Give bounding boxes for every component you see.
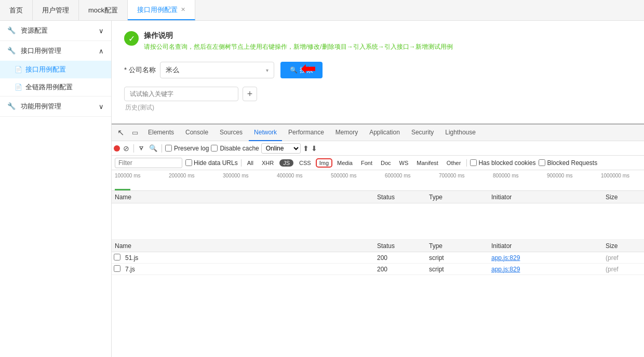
blocked-requests-checkbox[interactable] — [539, 159, 545, 166]
tab-elements[interactable]: Elements — [143, 125, 179, 141]
timeline-labels: 100000 ms 200000 ms 300000 ms 400000 ms … — [115, 170, 644, 181]
network-toolbar: ⊘ ⛛ 🔍 Preserve log Disable cache Online … — [112, 141, 644, 156]
wrench-icon-api: 🔧 — [7, 47, 16, 54]
filter-img-btn[interactable]: Img — [317, 159, 331, 167]
tl-500k: 500000 ms — [331, 173, 385, 178]
chevron-down-icon: ∨ — [99, 27, 104, 35]
tl-900k: 900000 ms — [547, 173, 601, 178]
filter-doc-btn[interactable]: Doc — [378, 159, 394, 167]
sidebar-header-resource[interactable]: 🔧 资源配置 ∨ — [0, 21, 111, 40]
row1-size: (pref — [602, 254, 644, 262]
tab-home[interactable]: 首页 — [0, 0, 33, 20]
filter-xhr-btn[interactable]: XHR — [259, 159, 276, 167]
chevron-down-icon-2: ∨ — [99, 103, 104, 111]
download-icon[interactable]: ⬇ — [311, 144, 317, 153]
preserve-log-checkbox[interactable] — [165, 145, 172, 152]
tab-network[interactable]: Network — [249, 125, 282, 141]
select-arrow-icon: ▾ — [266, 67, 269, 73]
filter-input[interactable] — [115, 158, 182, 168]
empty-row — [112, 203, 644, 240]
tl-600k: 600000 ms — [385, 173, 439, 178]
filter-ws-btn[interactable]: WS — [397, 159, 411, 167]
page-content: ✓ 操作说明 请按公司名查询，然后在左侧树节点上使用右键操作，新增/修改/删除项… — [112, 21, 644, 123]
col-type-header-2: Type — [426, 242, 488, 250]
blocked-requests-label[interactable]: Blocked Requests — [539, 159, 597, 167]
blocked-cookies-checkbox[interactable] — [470, 159, 477, 166]
notice-check-icon: ✓ — [124, 31, 139, 46]
notice-desc: 请按公司名查询，然后在左侧树节点上使用右键操作，新增/修改/删除项目→引入系统→… — [144, 43, 453, 51]
row2-size: (pref — [602, 266, 644, 273]
filter-manifest-btn[interactable]: Manifest — [414, 159, 441, 167]
tab-lighthouse[interactable]: Lighthouse — [440, 125, 481, 141]
tab-memory[interactable]: Memory — [330, 125, 363, 141]
sidebar-item-full-chain[interactable]: 📄 全链路用例配置 — [0, 78, 111, 96]
blocked-cookies-label[interactable]: Has blocked cookies — [470, 159, 535, 167]
filter-media-btn[interactable]: Media — [334, 159, 355, 167]
search-bar-row: + — [124, 87, 632, 101]
filter-css-btn[interactable]: CSS — [297, 159, 314, 167]
col-size-header: Size — [602, 194, 644, 201]
col-status-header: Status — [374, 194, 426, 201]
throttle-select[interactable]: Online Fast 3G Slow 3G Offline — [261, 143, 301, 154]
search-input[interactable] — [124, 87, 238, 101]
record-dot[interactable] — [114, 145, 120, 152]
hide-data-urls-checkbox[interactable] — [185, 159, 192, 166]
company-select[interactable]: 米么 ▾ — [160, 62, 274, 78]
tab-application[interactable]: Application — [364, 125, 405, 141]
close-tab-icon[interactable]: ✕ — [181, 6, 185, 13]
timeline-green-line — [115, 189, 130, 190]
row2-type: script — [426, 266, 488, 273]
form-row: * 公司名称 米么 ▾ 🔍 搜索 ➡ — [124, 62, 632, 78]
tab-sources[interactable]: Sources — [214, 125, 248, 141]
tab-security[interactable]: Security — [406, 125, 439, 141]
tl-300k: 300000 ms — [223, 173, 277, 178]
clear-icon[interactable]: ⊘ — [122, 143, 130, 154]
table-row[interactable]: 7.js 200 script app.js:829 (pref — [112, 264, 644, 275]
filter-other-btn[interactable]: Other — [444, 159, 464, 167]
preserve-log-label[interactable]: Preserve log — [165, 145, 209, 152]
tab-api-config[interactable]: 接口用例配置 ✕ — [128, 0, 195, 20]
filter-js-btn[interactable]: JS — [279, 159, 293, 167]
red-arrow: ➡ — [301, 59, 316, 78]
upload-icon[interactable]: ⬆ — [303, 144, 309, 153]
add-button[interactable]: + — [243, 87, 257, 101]
device-icon[interactable]: ▭ — [128, 126, 142, 140]
history-label: 历史(测试) — [124, 103, 632, 112]
search-icon: 🔍 — [290, 66, 298, 74]
network-table: Name Status Type Initiator Size Name Sta… — [112, 191, 644, 357]
row2-checkbox-col — [112, 265, 122, 273]
tab-performance[interactable]: Performance — [283, 125, 329, 141]
disable-cache-label[interactable]: Disable cache — [211, 145, 259, 152]
filter-icon[interactable]: ⛛ — [137, 143, 146, 153]
row2-initiator[interactable]: app.js:829 — [488, 266, 602, 273]
col-name-header-2: Name — [112, 242, 374, 250]
tl-100k: 100000 ms — [115, 173, 169, 178]
row1-checkbox-col — [112, 254, 122, 262]
sidebar-header-api[interactable]: 🔧 接口用例管理 ∧ — [0, 41, 111, 61]
wrench-icon: 🔧 — [7, 26, 16, 34]
doc-icon-2: 📄 — [15, 84, 22, 91]
sidebar: 🔧 资源配置 ∨ 🔧 接口用例管理 ∧ 📄 接口用例配置 📄 全链路用例配置 — [0, 21, 112, 357]
tab-mock-config[interactable]: mock配置 — [79, 0, 128, 20]
row1-initiator[interactable]: app.js:829 — [488, 254, 602, 262]
filter-font-btn[interactable]: Font — [358, 159, 375, 167]
table-row[interactable]: 51.js 200 script app.js:829 (pref — [112, 252, 644, 264]
row2-checkbox[interactable] — [114, 265, 120, 272]
tl-400k: 400000 ms — [277, 173, 331, 178]
tab-console[interactable]: Console — [180, 125, 213, 141]
disable-cache-checkbox[interactable] — [211, 145, 218, 152]
filter-all-btn[interactable]: All — [245, 159, 256, 167]
notice-box: ✓ 操作说明 请按公司名查询，然后在左侧树节点上使用右键操作，新增/修改/删除项… — [124, 31, 632, 51]
tab-user-mgmt[interactable]: 用户管理 — [33, 0, 79, 20]
wrench-icon-func: 🔧 — [7, 102, 16, 110]
cursor-icon[interactable]: ↖ — [114, 126, 127, 140]
sidebar-section-resource: 🔧 资源配置 ∨ — [0, 21, 111, 41]
row1-type: script — [426, 254, 488, 262]
sidebar-header-func[interactable]: 🔧 功能用例管理 ∨ — [0, 97, 111, 116]
hide-data-urls-label[interactable]: Hide data URLs — [185, 159, 238, 167]
search-icon-nt[interactable]: 🔍 — [148, 143, 158, 153]
sidebar-item-api-config[interactable]: 📄 接口用例配置 — [0, 61, 111, 78]
table-header-row: Name Status Type Initiator Size — [112, 191, 644, 203]
row1-checkbox[interactable] — [114, 254, 120, 260]
col-type-header: Type — [426, 194, 488, 201]
